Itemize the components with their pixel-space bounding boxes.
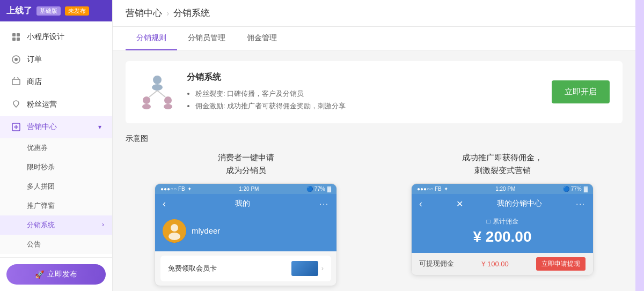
feature-desc-1: 粉丝裂变: 口碑传播，客户及分销员 (195, 87, 541, 100)
card-image (291, 261, 318, 276)
svg-point-5 (14, 58, 18, 61)
sidebar-item-coupons[interactable]: 优惠券 (0, 138, 112, 158)
avatar (163, 219, 186, 243)
main-body: 分销系统 粉丝裂变: 口碑传播，客户及分销员 佣金激励: 成功推广者可获得佣金奖… (113, 50, 635, 291)
demo-desc-1: 消费者一键申请 成为分销员 (218, 151, 274, 177)
enable-button[interactable]: 立即开启 (552, 80, 610, 103)
phone-status-bar-1: ●●●○○ FB ✦ 1:20 PM 🔵 77% ▓ (155, 184, 336, 194)
phone-title-1: 我的 (235, 199, 250, 208)
sidebar-item-label-orders: 订单 (27, 55, 42, 64)
chevron-down-icon: ▾ (98, 123, 101, 131)
tab-bar: 分销规则 分销员管理 佣金管理 (113, 27, 635, 50)
sidebar-item-distribution[interactable]: 分销系统 (0, 215, 112, 235)
sidebar-item-settings[interactable]: 设置 (0, 254, 112, 257)
demo-label: 示意图 (126, 134, 623, 144)
phone-status-bar-2: ●●●○○ FB ✦ 1:20 PM 🔵 77% ▓ (412, 184, 593, 194)
back-icon-2: ‹ (419, 198, 422, 210)
sidebar-item-notice[interactable]: 公告 (0, 235, 112, 254)
svg-line-15 (149, 91, 157, 97)
phone-mockup-1: ●●●○○ FB ✦ 1:20 PM 🔵 77% ▓ ‹ 我的 (155, 183, 337, 286)
main-content: 营销中心 › 分销系统 分销规则 分销员管理 佣金管理 (113, 0, 635, 291)
miniprogram-icon (11, 32, 21, 42)
sidebar-item-label-fans: 粉丝运营 (27, 100, 57, 109)
phone-header-2: ‹ ✕ 我的分销中心 ··· (412, 194, 593, 214)
sidebar-item-label-shop: 商店 (27, 77, 42, 87)
balance-label: □ 累计佣金 (419, 217, 586, 226)
sidebar-item-shop[interactable]: 商店 (0, 71, 112, 93)
demo-phones: 消费者一键申请 成为分销员 ●●●○○ FB ✦ 1:20 PM 🔵 77% (126, 151, 623, 286)
close-icon-2: ✕ (456, 199, 463, 209)
shop-icon (11, 77, 21, 87)
orders-icon (11, 54, 21, 65)
svg-rect-6 (12, 79, 20, 85)
tab-members[interactable]: 分销员管理 (177, 27, 236, 50)
sidebar-item-flash[interactable]: 限时秒杀 (0, 158, 112, 177)
svg-line-16 (157, 91, 165, 97)
svg-rect-1 (17, 33, 20, 36)
app-logo: 上线了 (6, 5, 32, 17)
right-panel-hint (635, 0, 644, 291)
phone-card: 免费领取会员卡 › (160, 256, 331, 281)
sidebar-nav: 小程序设计 订单 商店 粉丝运营 营销中 (0, 21, 112, 257)
breadcrumb: 营销中心 › 分销系统 (126, 7, 210, 19)
svg-point-10 (152, 84, 163, 91)
feature-title: 分销系统 (187, 72, 541, 83)
svg-point-18 (171, 224, 178, 232)
phone-mockup-2: ●●●○○ FB ✦ 1:20 PM 🔵 77% ▓ ‹ ✕ (411, 183, 594, 275)
feature-description: 粉丝裂变: 口碑传播，客户及分销员 佣金激励: 成功推广者可获得佣金奖励，刺激分… (187, 87, 541, 113)
breadcrumb-separator: › (166, 9, 169, 18)
demo-col-2: 成功推广即获得佣金， 刺激裂变式营销 ●●●○○ FB ✦ 1:20 PM 🔵 … (382, 151, 623, 286)
sidebar-footer: 🚀 立即发布 (0, 257, 112, 291)
card-label: 免费领取会员卡 (168, 264, 217, 273)
svg-point-12 (142, 104, 151, 109)
more-icon-2: ··· (576, 199, 586, 208)
svg-point-11 (143, 96, 150, 104)
svg-point-14 (164, 104, 172, 109)
badge-unpublished: 未发布 (65, 6, 89, 16)
breadcrumb-parent: 营销中心 (126, 7, 162, 19)
demo-desc-2: 成功推广即获得佣金， 刺激裂变式营销 (462, 151, 543, 177)
withdraw-button[interactable]: 立即申请提现 (536, 257, 586, 271)
sidebar-item-label-marketing: 营销中心 (27, 122, 57, 132)
balance-amount: ¥ 200.00 (419, 228, 586, 245)
withdraw-label: 可提现佣金 (419, 259, 454, 268)
demo-col-1: 消费者一键申请 成为分销员 ●●●○○ FB ✦ 1:20 PM 🔵 77% (126, 151, 366, 286)
publish-button[interactable]: 🚀 立即发布 (6, 264, 106, 285)
distribution-icon (138, 73, 176, 111)
phone-header-1: ‹ 我的 ··· (155, 194, 336, 214)
sidebar-item-fans[interactable]: 粉丝运营 (0, 93, 112, 116)
tab-rules[interactable]: 分销规则 (126, 27, 177, 50)
feature-text: 分销系统 粉丝裂变: 口碑传播，客户及分销员 佣金激励: 成功推广者可获得佣金奖… (187, 72, 541, 113)
sidebar-item-marketing[interactable]: 营销中心 ▾ (0, 116, 112, 138)
phone-title-2: 我的分销中心 (497, 199, 542, 208)
more-icon-1: ··· (319, 199, 329, 208)
sidebar: 上线了 基础版 未发布 小程序设计 订单 商店 (0, 0, 113, 291)
sidebar-item-label-miniprogram: 小程序设计 (27, 32, 64, 42)
svg-point-19 (169, 233, 180, 240)
username: mlydeer (192, 226, 220, 235)
svg-rect-2 (12, 38, 16, 41)
back-icon-1: ‹ (163, 198, 166, 210)
svg-rect-3 (17, 38, 20, 41)
demo-section: 示意图 消费者一键申请 成为分销员 ●●●○○ FB ✦ (126, 134, 623, 286)
marketing-icon (11, 122, 21, 132)
feature-card: 分销系统 粉丝裂变: 口碑传播，客户及分销员 佣金激励: 成功推广者可获得佣金奖… (126, 61, 623, 123)
withdraw-value: ¥ 100.00 (481, 260, 509, 268)
svg-point-9 (153, 76, 162, 84)
sidebar-item-orders[interactable]: 订单 (0, 48, 112, 71)
rocket-icon: 🚀 (35, 270, 44, 279)
phone-user-section: mlydeer (155, 214, 336, 251)
page-header: 营销中心 › 分销系统 (113, 0, 635, 27)
sidebar-item-group[interactable]: 多人拼团 (0, 177, 112, 196)
breadcrumb-current: 分销系统 (173, 7, 210, 19)
phone-balance-section: □ 累计佣金 ¥ 200.00 (412, 214, 593, 253)
badge-basic: 基础版 (36, 6, 61, 16)
tab-commission[interactable]: 佣金管理 (236, 27, 288, 50)
phone-actions: 可提现佣金 ¥ 100.00 立即申请提现 (412, 253, 593, 275)
sub-nav-marketing: 优惠券 限时秒杀 多人拼团 推广弹窗 分销系统 公告 (0, 138, 112, 254)
sidebar-item-miniprogram[interactable]: 小程序设计 (0, 26, 112, 48)
svg-point-13 (164, 96, 172, 104)
sidebar-item-popup[interactable]: 推广弹窗 (0, 196, 112, 215)
sidebar-header: 上线了 基础版 未发布 (0, 0, 112, 21)
card-arrow: › (321, 264, 324, 272)
